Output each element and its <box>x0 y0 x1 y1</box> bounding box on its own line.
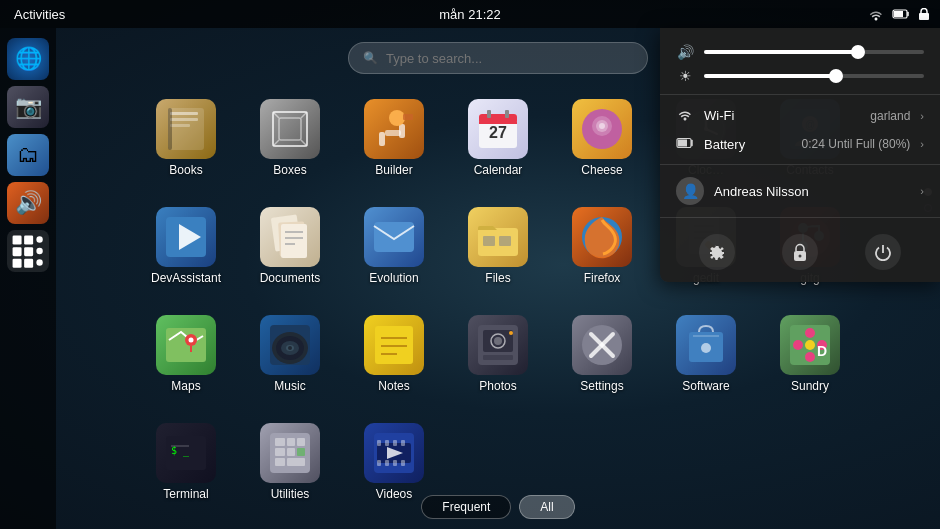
app-item-music[interactable]: Music <box>240 304 340 404</box>
app-icon-evolution <box>364 207 424 267</box>
app-label-music: Music <box>274 379 305 393</box>
app-item-documents[interactable]: Documents <box>240 196 340 296</box>
clock: mån 21:22 <box>439 7 500 22</box>
user-row[interactable]: 👤 Andreas Nilsson › <box>660 171 940 211</box>
app-item-calendar[interactable]: 27 Calendar <box>448 88 548 188</box>
dock-item-sound[interactable]: 🔊 <box>7 182 49 224</box>
svg-point-20 <box>36 259 42 265</box>
app-item-evolution[interactable]: Evolution <box>344 196 444 296</box>
app-item-builder[interactable]: Builder <box>344 88 444 188</box>
system-panel: 🔊 ☀ Wi-Fi garl <box>660 28 940 282</box>
app-label-evolution: Evolution <box>369 271 418 285</box>
app-icon-cheese <box>572 99 632 159</box>
svg-point-81 <box>189 338 194 343</box>
svg-rect-120 <box>275 458 285 466</box>
app-label-settings: Settings <box>580 379 623 393</box>
app-label-sundry: Sundry <box>791 379 829 393</box>
dock-item-appgrid[interactable] <box>7 230 49 272</box>
app-label-notes: Notes <box>378 379 409 393</box>
battery-value: 0:24 Until Full (80%) <box>802 137 911 151</box>
app-label-cheese: Cheese <box>581 163 622 177</box>
divider-1 <box>660 94 940 95</box>
svg-rect-126 <box>393 440 397 446</box>
app-icon-documents <box>260 207 320 267</box>
search-bar[interactable]: 🔍 <box>348 42 648 74</box>
brightness-icon: ☀ <box>676 68 694 84</box>
app-label-maps: Maps <box>171 379 200 393</box>
app-item-software[interactable]: Software <box>656 304 756 404</box>
app-icon-photos <box>468 315 528 375</box>
svg-rect-36 <box>403 114 413 120</box>
app-label-software: Software <box>682 379 729 393</box>
svg-point-46 <box>599 123 605 129</box>
svg-rect-115 <box>287 438 295 446</box>
volume-slider[interactable] <box>704 50 924 54</box>
tab-all[interactable]: All <box>519 495 574 519</box>
brightness-fill <box>704 74 836 78</box>
app-item-boxes[interactable]: Boxes <box>240 88 340 188</box>
search-input[interactable] <box>386 51 633 66</box>
svg-point-107 <box>793 340 803 350</box>
svg-point-95 <box>494 337 502 345</box>
dock-item-browser[interactable]: 🌐 <box>7 38 49 80</box>
brightness-thumb[interactable] <box>829 69 843 83</box>
tab-frequent[interactable]: Frequent <box>421 495 511 519</box>
svg-rect-128 <box>377 460 381 466</box>
svg-rect-34 <box>399 124 405 138</box>
svg-rect-66 <box>499 236 511 246</box>
app-item-maps[interactable]: Maps <box>136 304 236 404</box>
app-icon-calendar: 27 <box>468 99 528 159</box>
svg-rect-127 <box>401 440 405 446</box>
wifi-row[interactable]: Wi-Fi garland › <box>660 101 940 130</box>
app-item-books[interactable]: Books <box>136 88 236 188</box>
volume-slider-row: 🔊 <box>660 40 940 64</box>
svg-rect-27 <box>279 118 301 140</box>
svg-rect-124 <box>377 440 381 446</box>
settings-action-button[interactable] <box>699 234 735 270</box>
volume-thumb[interactable] <box>851 45 865 59</box>
app-icon-devassistant <box>156 207 216 267</box>
svg-rect-119 <box>297 448 305 456</box>
brightness-slider[interactable] <box>704 74 924 78</box>
svg-text:$ _: $ _ <box>171 445 190 457</box>
dock-item-camera[interactable]: 📷 <box>7 86 49 128</box>
svg-rect-41 <box>487 110 491 118</box>
system-menu-icon[interactable] <box>918 8 930 20</box>
app-icon-builder <box>364 99 424 159</box>
volume-fill <box>704 50 858 54</box>
svg-point-19 <box>25 259 31 265</box>
dock: 🌐 📷 🗂 🔊 <box>0 28 56 529</box>
app-icon-firefox <box>572 207 632 267</box>
activities-button[interactable]: Activities <box>0 0 79 28</box>
power-action-button[interactable] <box>865 234 901 270</box>
app-icon-notes <box>364 315 424 375</box>
svg-rect-131 <box>401 460 405 466</box>
app-item-sundry[interactable]: D Sundry <box>760 304 860 404</box>
app-icon-sundry: D <box>780 315 840 375</box>
lock-action-button[interactable] <box>782 234 818 270</box>
user-avatar: 👤 <box>676 177 704 205</box>
app-item-cheese[interactable]: Cheese <box>552 88 652 188</box>
app-item-files[interactable]: Files <box>448 196 548 296</box>
user-name: Andreas Nilsson <box>714 184 910 199</box>
app-item-settings[interactable]: Settings <box>552 304 652 404</box>
svg-point-17 <box>36 248 42 254</box>
svg-point-16 <box>25 248 31 254</box>
wifi-icon[interactable] <box>868 7 884 21</box>
app-item-devassistant[interactable]: DevAssistant <box>136 196 236 296</box>
app-item-firefox[interactable]: Firefox <box>552 196 652 296</box>
svg-rect-42 <box>505 110 509 118</box>
app-icon-music <box>260 315 320 375</box>
user-arrow: › <box>920 185 924 197</box>
battery-row[interactable]: Battery 0:24 Until Full (80%) › <box>660 130 940 158</box>
divider-3 <box>660 217 940 218</box>
battery-icon[interactable] <box>892 8 910 20</box>
app-item-photos[interactable]: Photos <box>448 304 548 404</box>
svg-point-87 <box>288 346 292 350</box>
app-icon-videos <box>364 423 424 483</box>
svg-point-15 <box>13 248 19 254</box>
dock-item-files[interactable]: 🗂 <box>7 134 49 176</box>
app-icon-maps <box>156 315 216 375</box>
svg-rect-134 <box>678 140 687 147</box>
app-item-notes[interactable]: Notes <box>344 304 444 404</box>
